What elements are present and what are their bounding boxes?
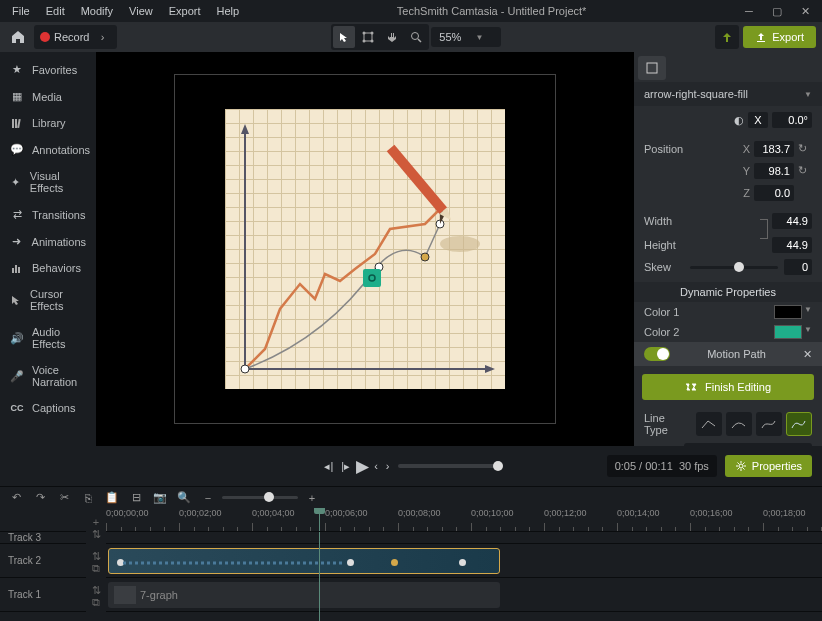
line-type-straight[interactable]: [696, 412, 722, 436]
track-1-row[interactable]: 7-graph: [106, 578, 822, 612]
zoom-select[interactable]: 55% ▼: [431, 27, 501, 47]
rotation-value-field[interactable]: 0.0°: [772, 112, 812, 128]
position-z-field[interactable]: 0.0: [754, 185, 794, 201]
upload-button[interactable]: [715, 25, 739, 49]
maximize-icon[interactable]: ▢: [764, 2, 790, 20]
minimize-icon[interactable]: ─: [736, 2, 762, 20]
sidebar-item-transitions[interactable]: ⇄Transitions: [0, 201, 96, 228]
pan-tool[interactable]: [381, 26, 403, 48]
canvas-area[interactable]: [96, 52, 634, 446]
prev-frame-button[interactable]: ◂|: [324, 460, 333, 473]
zoom-out-button[interactable]: −: [200, 492, 216, 504]
track-link-button[interactable]: ⧉: [86, 596, 106, 608]
position-x-field[interactable]: 183.7: [754, 141, 794, 157]
select-tool[interactable]: [333, 26, 355, 48]
track-options-button[interactable]: ⇅: [86, 584, 106, 596]
tool-sidebar: ★Favorites ▦Media Library 💬Annotations ✦…: [0, 52, 96, 446]
width-field[interactable]: 44.9: [772, 213, 812, 229]
menu-edit[interactable]: Edit: [38, 2, 73, 20]
prev-marker-button[interactable]: ‹: [374, 460, 378, 472]
playback-scrubber[interactable]: [398, 464, 498, 468]
color2-swatch[interactable]: [774, 325, 802, 339]
track-label-3[interactable]: Track 3: [0, 532, 86, 544]
motion-path-clip[interactable]: [108, 548, 500, 574]
svg-point-5: [412, 33, 419, 40]
menu-help[interactable]: Help: [209, 2, 248, 20]
split-button[interactable]: ⊟: [128, 491, 144, 504]
track-options-button[interactable]: ⇅: [86, 550, 106, 562]
finish-editing-button[interactable]: Finish Editing: [642, 374, 814, 400]
sidebar-item-animations[interactable]: ➜Animations: [0, 228, 96, 255]
height-field[interactable]: 44.9: [772, 237, 812, 253]
record-button[interactable]: Record: [40, 31, 89, 43]
cut-button[interactable]: ✂: [56, 491, 72, 504]
chevron-down-icon[interactable]: ▼: [804, 90, 812, 99]
sidebar-item-favorites[interactable]: ★Favorites: [0, 56, 96, 83]
timeline-tracks[interactable]: 0;00;05;27 0;00;00;000;00;02;000;00;04;0…: [106, 508, 822, 621]
color1-swatch[interactable]: [774, 305, 802, 319]
line-type-bezier[interactable]: [756, 412, 782, 436]
track-options-button[interactable]: ⇅: [86, 528, 106, 540]
color1-dropdown[interactable]: ▼: [804, 305, 812, 319]
next-frame-button[interactable]: |▸: [341, 460, 350, 473]
close-icon[interactable]: ✕: [792, 2, 818, 20]
search-button[interactable]: 🔍: [176, 491, 192, 504]
sidebar-item-cursoreffects[interactable]: Cursor Effects: [0, 281, 96, 319]
undo-button[interactable]: ↶: [8, 491, 24, 504]
position-label: Position: [644, 143, 683, 155]
export-button[interactable]: Export: [743, 26, 816, 48]
menu-modify[interactable]: Modify: [73, 2, 121, 20]
sidebar-item-media[interactable]: ▦Media: [0, 83, 96, 110]
sidebar-item-audioeffects[interactable]: 🔊Audio Effects: [0, 319, 96, 357]
properties-tab-visual[interactable]: [638, 56, 666, 80]
canvas-content[interactable]: [225, 109, 505, 389]
rotation-dial-icon[interactable]: ◐: [734, 114, 744, 127]
motion-path-toggle[interactable]: [644, 347, 670, 361]
reset-icon[interactable]: ↻: [798, 142, 812, 156]
timeline-ruler[interactable]: 0;00;05;27 0;00;00;000;00;02;000;00;04;0…: [106, 508, 822, 532]
lock-aspect-icon[interactable]: [760, 219, 768, 239]
paste-button[interactable]: 📋: [104, 491, 120, 504]
add-track-button[interactable]: +: [86, 516, 106, 528]
play-button[interactable]: ▶: [356, 456, 368, 476]
rotation-axis-select[interactable]: X: [748, 112, 768, 128]
crop-tool[interactable]: [357, 26, 379, 48]
sidebar-item-library[interactable]: Library: [0, 110, 96, 136]
zoom-in-button[interactable]: +: [304, 492, 320, 504]
copy-button[interactable]: ⎘: [80, 492, 96, 504]
easing-select[interactable]: Ease None ▼: [684, 443, 812, 446]
sidebar-item-captions[interactable]: CCCaptions: [0, 395, 96, 421]
sidebar-item-behaviors[interactable]: Behaviors: [0, 255, 96, 281]
menu-view[interactable]: View: [121, 2, 161, 20]
skew-field[interactable]: 0: [784, 259, 812, 275]
close-panel-icon[interactable]: ✕: [803, 348, 812, 361]
color2-dropdown[interactable]: ▼: [804, 325, 812, 339]
position-y-field[interactable]: 98.1: [754, 163, 794, 179]
sidebar-item-annotations[interactable]: 💬Annotations: [0, 136, 96, 163]
track-link-button[interactable]: ⧉: [86, 562, 106, 574]
home-button[interactable]: [6, 25, 30, 49]
properties-button[interactable]: Properties: [725, 455, 812, 477]
media-clip[interactable]: 7-graph: [108, 582, 500, 608]
redo-button[interactable]: ↷: [32, 491, 48, 504]
magnify-tool[interactable]: [405, 26, 427, 48]
menu-export[interactable]: Export: [161, 2, 209, 20]
track-label-2[interactable]: Track 2: [0, 544, 86, 578]
canvas-frame: [174, 74, 556, 424]
line-type-smooth[interactable]: [726, 412, 752, 436]
snapshot-button[interactable]: 📷: [152, 491, 168, 504]
track-3-row[interactable]: [106, 532, 822, 544]
playhead[interactable]: 0;00;05;27: [319, 508, 320, 531]
track-label-1[interactable]: Track 1: [0, 578, 86, 612]
timeline-toolbar: ↶ ↷ ✂ ⎘ 📋 ⊟ 📷 🔍 − +: [0, 486, 822, 508]
timeline-zoom-slider[interactable]: [222, 496, 298, 499]
line-type-custom[interactable]: [786, 412, 812, 436]
sidebar-item-visualeffects[interactable]: ✦Visual Effects: [0, 163, 96, 201]
record-options-chevron[interactable]: ›: [93, 28, 111, 46]
sidebar-item-voicenarration[interactable]: 🎤Voice Narration: [0, 357, 96, 395]
next-marker-button[interactable]: ›: [386, 460, 390, 472]
reset-icon[interactable]: ↻: [798, 164, 812, 178]
menu-file[interactable]: File: [4, 2, 38, 20]
track-2-row[interactable]: [106, 544, 822, 578]
skew-slider[interactable]: [690, 266, 778, 269]
